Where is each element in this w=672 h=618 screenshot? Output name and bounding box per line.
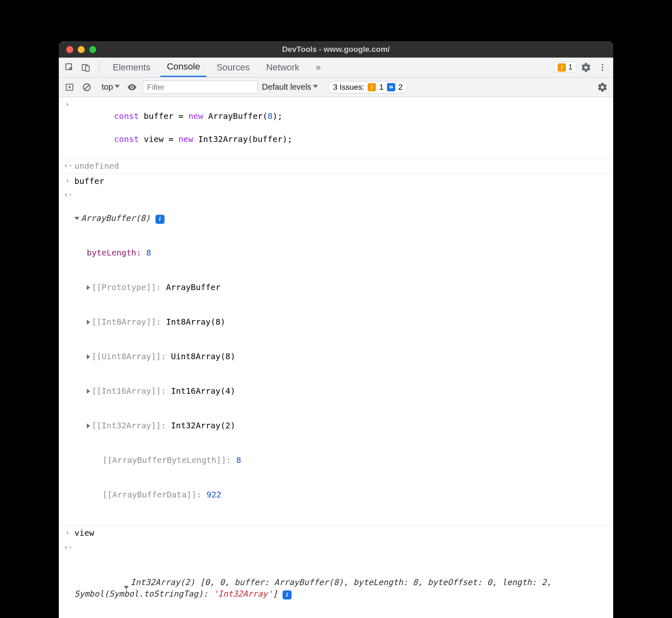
svg-rect-2 — [86, 66, 89, 71]
log-levels-selector[interactable]: Default levels — [262, 82, 320, 92]
info-icon[interactable]: i — [283, 590, 292, 599]
sidebar-toggle-icon[interactable] — [63, 81, 76, 94]
window-title: DevTools - www.google.com/ — [59, 45, 613, 54]
console-output-row: ‹· undefined — [59, 158, 613, 174]
console-settings-icon[interactable] — [596, 81, 609, 94]
chevron-down-icon — [313, 85, 318, 88]
console-output-row: ‹· Int32Array(2) [0, 0, buffer: ArrayBuf… — [59, 540, 613, 618]
input-chevron-icon: › — [64, 527, 71, 537]
errors-warnings-badge[interactable]: ! 1 — [554, 62, 576, 73]
svg-rect-11 — [390, 86, 392, 87]
object-expanded[interactable]: ArrayBuffer(8) i — [74, 212, 608, 224]
more-menu-icon[interactable] — [596, 61, 609, 74]
svg-point-3 — [602, 64, 603, 65]
clear-console-icon[interactable] — [80, 81, 93, 94]
issues-info-count: 2 — [399, 83, 403, 92]
output-chevron-icon: ‹· — [64, 542, 71, 552]
svg-point-4 — [602, 67, 603, 68]
svg-point-5 — [602, 69, 603, 71]
filter-input[interactable] — [143, 81, 258, 94]
issues-pill[interactable]: 3 Issues: ! 1 2 — [328, 81, 408, 93]
devtools-window: DevTools - www.google.com/ Elements Cons… — [59, 41, 613, 618]
console-output-row: ‹· ArrayBuffer(8) i byteLength: 8 [[Prot… — [59, 188, 613, 525]
inspect-icon[interactable] — [63, 61, 76, 74]
info-icon[interactable]: i — [155, 215, 165, 224]
svg-point-9 — [131, 86, 133, 88]
console-input-row: › view — [59, 525, 613, 540]
tab-elements[interactable]: Elements — [106, 58, 157, 77]
object-property[interactable]: [[Int32Array]]: Int32Array(2) — [74, 420, 608, 431]
tab-console[interactable]: Console — [160, 58, 207, 77]
output-chevron-icon: ‹· — [64, 160, 71, 170]
object-property[interactable]: byteLength: 8 — [74, 247, 608, 258]
warning-icon: ! — [368, 83, 376, 91]
svg-rect-10 — [389, 86, 393, 88]
input-chevron-icon: › — [64, 99, 71, 109]
main-toolbar: Elements Console Sources Network » ! 1 — [59, 58, 613, 77]
context-selector[interactable]: top — [102, 82, 121, 92]
info-icon — [387, 83, 395, 91]
issues-label: 3 Issues: — [333, 83, 364, 92]
issues-warn-count: 1 — [379, 83, 384, 92]
minimize-window[interactable] — [78, 46, 85, 53]
console-body: › const buffer = new ArrayBuffer(8); con… — [59, 97, 613, 618]
object-property[interactable]: [[Int16Array]]: Int16Array(4) — [74, 385, 608, 397]
console-input-row: › buffer — [59, 174, 613, 188]
output-chevron-icon: ‹· — [64, 189, 71, 200]
object-expanded[interactable]: Int32Array(2) [0, 0, buffer: ArrayBuffer… — [74, 565, 608, 611]
settings-icon[interactable] — [579, 61, 593, 74]
object-property[interactable]: [[Int8Array]]: Int8Array(8) — [74, 316, 608, 328]
input-chevron-icon: › — [64, 175, 71, 186]
close-window[interactable] — [66, 46, 73, 53]
object-property[interactable]: [[Prototype]]: ArrayBuffer — [74, 281, 608, 293]
live-expression-icon[interactable] — [125, 81, 139, 94]
tab-network[interactable]: Network — [260, 58, 306, 77]
chevron-down-icon — [115, 85, 120, 88]
console-input-row: › const buffer = new ArrayBuffer(8); con… — [59, 97, 613, 158]
warning-count: 1 — [568, 63, 572, 72]
svg-rect-12 — [390, 87, 392, 88]
tab-sources[interactable]: Sources — [210, 58, 256, 77]
traffic-lights — [66, 46, 96, 53]
zoom-window[interactable] — [89, 46, 96, 53]
svg-line-8 — [85, 85, 89, 89]
console-subbar: top Default levels 3 Issues: ! 1 2 — [59, 77, 613, 97]
tab-more[interactable]: » — [309, 58, 327, 77]
titlebar: DevTools - www.google.com/ — [59, 41, 613, 58]
object-property[interactable]: [[Uint8Array]]: Uint8Array(8) — [74, 351, 608, 362]
device-toggle-icon[interactable] — [79, 61, 93, 74]
object-property[interactable]: [[ArrayBufferByteLength]]: 8 — [74, 454, 608, 466]
undefined-value: undefined — [74, 160, 608, 172]
object-property[interactable]: [[ArrayBufferData]]: 922 — [74, 489, 608, 500]
